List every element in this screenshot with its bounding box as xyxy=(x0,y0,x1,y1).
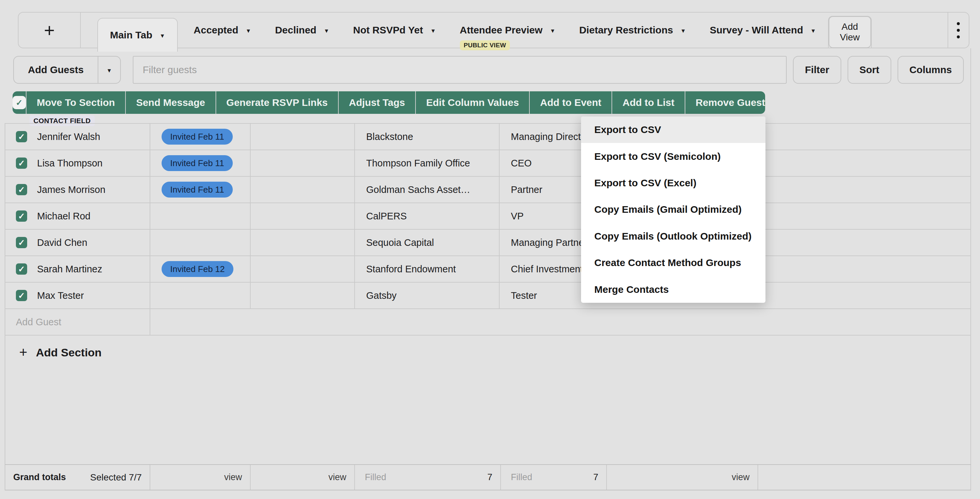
view-summary-link[interactable]: view xyxy=(732,472,749,482)
add-view-button[interactable]: Add View xyxy=(829,16,871,48)
company-name: Blackstone xyxy=(366,131,413,142)
name-cell: ✓ Michael Rod xyxy=(5,203,150,229)
company-cell: Sequoia Capital xyxy=(355,230,500,256)
generate-rsvp-links-button[interactable]: Generate RSVP Links xyxy=(216,91,339,114)
tab-accepted[interactable]: Accepted ▼ xyxy=(182,13,263,48)
table-row[interactable]: ✓ Sarah Martinez Invited Feb 12 Stanford… xyxy=(5,256,971,283)
empty-cell xyxy=(150,309,971,335)
filter-button[interactable]: Filter xyxy=(793,56,841,84)
remove-guests-button[interactable]: Remove Guests xyxy=(685,91,765,114)
tab-label: Not RSVPd Yet xyxy=(353,24,423,36)
tab-main-tab[interactable]: Main Tab ▼ xyxy=(97,18,178,52)
empty-cell xyxy=(251,256,355,282)
row-checkbox[interactable]: ✓ xyxy=(16,157,27,169)
company-cell: CalPERS xyxy=(355,203,500,229)
menu-item-merge-contacts[interactable]: Merge Contacts xyxy=(581,276,765,303)
tab-attendee-preview[interactable]: Attendee Preview ▼ PUBLIC VIEW xyxy=(448,13,568,48)
sort-button[interactable]: Sort xyxy=(848,56,891,84)
name-cell: ✓ Jennifer Walsh xyxy=(5,124,150,149)
add-section-button[interactable]: + Add Section xyxy=(19,345,102,359)
name-cell: ✓ Lisa Thompson xyxy=(5,150,150,176)
row-checkbox[interactable]: ✓ xyxy=(16,131,27,142)
company-name: Stanford Endowment xyxy=(366,264,456,275)
status-badge: Invited Feb 11 xyxy=(162,155,233,171)
job-title: CEO xyxy=(511,158,532,169)
status-cell xyxy=(150,203,251,229)
row-checkbox[interactable]: ✓ xyxy=(16,264,27,275)
table-row[interactable]: ✓ Max Tester Gatsby Tester xyxy=(5,283,971,309)
chevron-down-icon: ▼ xyxy=(324,28,329,34)
status-badge: Invited Feb 11 xyxy=(162,182,233,197)
table-row[interactable]: ✓ Jennifer Walsh Invited Feb 11 Blacksto… xyxy=(5,124,971,150)
menu-item-export-csv[interactable]: Export to CSV xyxy=(581,116,765,143)
filter-guests-input[interactable] xyxy=(133,56,787,84)
status-badge: Invited Feb 12 xyxy=(162,261,234,277)
add-tab-button[interactable]: + xyxy=(19,13,81,48)
add-section-area: + Add Section xyxy=(5,335,971,465)
summary-cell-title: Filled 7 xyxy=(501,465,607,490)
tab-dietary-restrictions[interactable]: Dietary Restrictions ▼ xyxy=(567,13,698,48)
table-row[interactable]: ✓ Michael Rod CalPERS VP xyxy=(5,203,971,230)
row-checkbox[interactable]: ✓ xyxy=(16,184,27,195)
filled-count: 7 xyxy=(487,472,492,482)
tab-label: Dietary Restrictions xyxy=(579,24,673,36)
status-cell: Invited Feb 11 xyxy=(150,124,251,149)
chevron-down-icon: ▼ xyxy=(107,68,112,73)
move-to-section-button[interactable]: Move To Section xyxy=(27,91,126,114)
selected-count: Selected 7/7 xyxy=(90,472,142,483)
tab-not-rsvpd-yet[interactable]: Not RSVPd Yet ▼ xyxy=(341,13,448,48)
view-summary-link[interactable]: view xyxy=(328,472,346,482)
summary-cell-extra: view xyxy=(607,465,758,490)
add-guests-button[interactable]: Add Guests xyxy=(14,57,98,83)
columns-button[interactable]: Columns xyxy=(897,56,964,84)
guest-name: Jennifer Walsh xyxy=(37,131,100,142)
add-to-list-button[interactable]: Add to List xyxy=(612,91,685,114)
menu-item-copy-emails-outlook[interactable]: Copy Emails (Outlook Optimized) xyxy=(581,223,765,249)
guest-name: Max Tester xyxy=(37,290,84,301)
job-title: Managing Partner xyxy=(511,237,587,248)
menu-item-create-contact-method-groups[interactable]: Create Contact Method Groups xyxy=(581,249,765,276)
tab-bar: + Main Tab ▼ Accepted ▼ Declined ▼ Not R… xyxy=(18,12,969,48)
filled-count: 7 xyxy=(593,472,598,482)
tab-bar-menu-button[interactable] xyxy=(948,13,969,48)
adjust-tags-button[interactable]: Adjust Tags xyxy=(339,91,416,114)
tab-declined[interactable]: Declined ▼ xyxy=(263,13,341,48)
empty-cell xyxy=(251,177,355,202)
menu-item-export-csv-semicolon[interactable]: Export to CSV (Semicolon) xyxy=(581,143,765,169)
guest-name: Michael Rod xyxy=(37,211,91,222)
empty-cell xyxy=(757,124,971,149)
row-checkbox[interactable]: ✓ xyxy=(16,237,27,248)
tab-label: Attendee Preview xyxy=(460,24,542,36)
table-row[interactable]: ✓ James Morrison Invited Feb 11 Goldman … xyxy=(5,177,971,203)
add-view-section: Add View xyxy=(828,16,872,48)
row-checkbox[interactable]: ✓ xyxy=(16,210,27,222)
select-all-checkbox[interactable]: ✓ xyxy=(13,96,26,109)
menu-item-copy-emails-gmail[interactable]: Copy Emails (Gmail Optimized) xyxy=(581,196,765,223)
filled-label: Filled xyxy=(365,472,387,482)
table-row[interactable]: ✓ David Chen Sequoia Capital Managing Pa… xyxy=(5,230,971,256)
status-cell: Invited Feb 12 xyxy=(150,256,251,282)
add-guests-split-button: Add Guests ▼ xyxy=(13,56,121,84)
empty-cell xyxy=(757,150,971,176)
grand-totals-bar: Grand totals Selected 7/7 view view Fill… xyxy=(5,464,971,490)
filled-label: Filled xyxy=(511,472,532,482)
kebab-icon xyxy=(957,22,960,38)
add-guests-dropdown-toggle[interactable]: ▼ xyxy=(98,57,120,83)
summary-cell-blank xyxy=(758,465,971,490)
status-cell: Invited Feb 11 xyxy=(150,177,251,202)
tab-survey-will-attend[interactable]: Survey - Will Attend ▼ xyxy=(698,13,828,48)
view-summary-link[interactable]: view xyxy=(224,472,242,482)
job-title: VP xyxy=(511,211,524,222)
row-checkbox[interactable]: ✓ xyxy=(16,290,27,301)
empty-cell xyxy=(251,150,355,176)
add-guest-row[interactable]: Add Guest xyxy=(5,309,971,335)
menu-item-export-csv-excel[interactable]: Export to CSV (Excel) xyxy=(581,170,765,196)
send-message-button[interactable]: Send Message xyxy=(126,91,216,114)
table-row[interactable]: ✓ Lisa Thompson Invited Feb 11 Thompson … xyxy=(5,150,971,177)
status-badge: Invited Feb 11 xyxy=(162,129,233,145)
add-to-event-button[interactable]: Add to Event xyxy=(530,91,612,114)
edit-column-values-button[interactable]: Edit Column Values xyxy=(416,91,530,114)
company-name: Goldman Sachs Asset… xyxy=(366,184,470,195)
guest-name: James Morrison xyxy=(37,184,105,195)
company-cell: Stanford Endowment xyxy=(355,256,500,282)
